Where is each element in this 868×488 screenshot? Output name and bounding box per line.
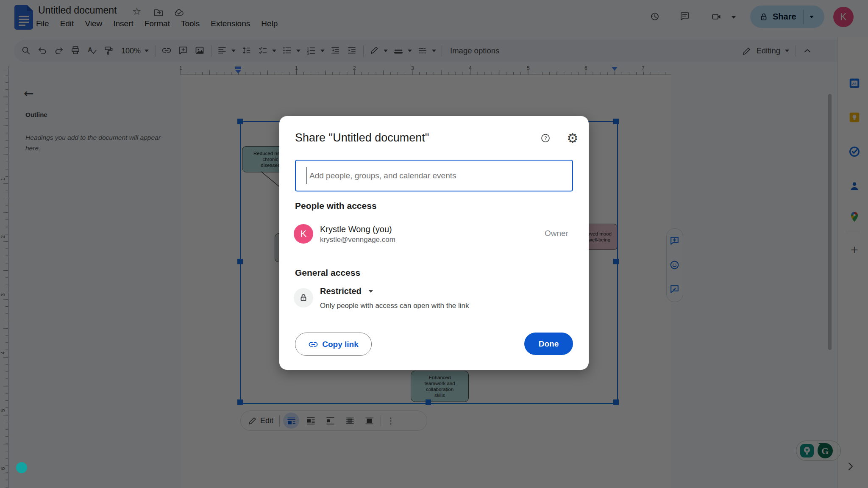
svg-text:?: ? bbox=[544, 136, 547, 141]
share-dropdown-caret-icon[interactable] bbox=[810, 16, 814, 18]
copy-link-button[interactable]: Copy link bbox=[295, 333, 372, 356]
numbered-list-select[interactable]: 123 bbox=[306, 45, 325, 56]
restricted-lock-badge bbox=[294, 288, 313, 308]
break-text-button[interactable] bbox=[322, 413, 338, 429]
video-call-caret-icon[interactable] bbox=[732, 16, 736, 19]
border-dash-icon bbox=[417, 45, 428, 56]
sidebar-divider bbox=[846, 231, 860, 231]
pen-tool-select[interactable] bbox=[369, 45, 388, 56]
front-text-button[interactable] bbox=[361, 413, 377, 429]
hide-menus-chevron-icon[interactable] bbox=[802, 46, 812, 56]
access-level-dropdown[interactable]: Restricted bbox=[320, 286, 373, 296]
comments-icon[interactable] bbox=[679, 11, 692, 23]
zoom-select[interactable]: 100% bbox=[121, 47, 149, 55]
edit-image-label: Edit bbox=[260, 416, 273, 425]
paint-format-icon[interactable] bbox=[103, 45, 114, 56]
horizontal-ruler: 1 1 2 3 4 5 6 7 bbox=[181, 66, 671, 75]
menu-insert[interactable]: Insert bbox=[108, 17, 139, 30]
sidebar-keep-button[interactable] bbox=[843, 106, 865, 128]
add-comment-icon[interactable] bbox=[178, 45, 189, 56]
line-spacing-icon[interactable] bbox=[241, 45, 252, 56]
sidebar-calendar-button[interactable]: 31 bbox=[843, 72, 865, 94]
undo-icon[interactable] bbox=[37, 45, 48, 56]
sidebar-tasks-button[interactable] bbox=[843, 141, 865, 163]
border-dash-select[interactable] bbox=[417, 45, 436, 56]
selection-handle-bottom-mid[interactable] bbox=[426, 399, 431, 405]
redo-icon[interactable] bbox=[54, 45, 65, 56]
share-label: Share bbox=[773, 12, 796, 22]
align-select[interactable] bbox=[217, 45, 236, 56]
line-weight-select[interactable] bbox=[393, 45, 412, 56]
image-toolbar: Edit ⋮ bbox=[240, 410, 427, 431]
expand-side-panel-chevron-icon[interactable] bbox=[845, 461, 856, 472]
wrap-inline-button[interactable] bbox=[283, 413, 299, 429]
emoji-reaction-icon[interactable] bbox=[669, 260, 680, 270]
comment-tools-pill bbox=[666, 228, 683, 302]
person-row: K Krystle Wong (you) krystle@venngage.co… bbox=[294, 224, 574, 244]
first-line-indent-marker[interactable] bbox=[235, 67, 241, 69]
video-call-icon[interactable] bbox=[711, 11, 723, 24]
help-icon[interactable]: ? bbox=[540, 133, 553, 146]
menu-tools[interactable]: Tools bbox=[175, 17, 205, 30]
version-history-icon[interactable] bbox=[649, 11, 662, 23]
bullet-list-select[interactable] bbox=[282, 45, 300, 56]
increase-indent-icon[interactable] bbox=[347, 45, 358, 56]
behind-text-icon bbox=[345, 416, 355, 426]
document-scrollbar[interactable] bbox=[828, 94, 832, 350]
numbered-list-icon: 123 bbox=[306, 45, 317, 56]
document-title[interactable]: Untitled document bbox=[38, 5, 117, 16]
ruler-number: 7 bbox=[642, 65, 645, 71]
lock-icon bbox=[298, 293, 309, 303]
share-button[interactable]: Share bbox=[750, 6, 824, 28]
star-button[interactable]: ☆ bbox=[132, 6, 142, 17]
ruler-number: 1 bbox=[295, 65, 298, 71]
sidebar-maps-button[interactable] bbox=[843, 206, 865, 228]
ruler-number: 3 bbox=[411, 65, 414, 71]
suggest-edits-icon[interactable] bbox=[669, 284, 680, 294]
contacts-icon bbox=[848, 180, 861, 192]
add-people-input[interactable] bbox=[295, 160, 573, 191]
align-caret-icon bbox=[231, 50, 236, 52]
header: Untitled document ☆ File Edit View Inser… bbox=[0, 0, 868, 40]
left-indent-marker[interactable] bbox=[235, 70, 241, 74]
selection-handle-mid-right[interactable] bbox=[613, 259, 619, 264]
done-button[interactable]: Done bbox=[524, 333, 573, 355]
decrease-indent-icon[interactable] bbox=[330, 45, 341, 56]
search-icon[interactable] bbox=[21, 45, 32, 56]
insert-link-icon[interactable] bbox=[161, 45, 172, 56]
grammarly-widget[interactable]: G bbox=[796, 441, 841, 461]
add-comment-float-icon[interactable] bbox=[669, 236, 680, 246]
behind-text-button[interactable] bbox=[342, 413, 358, 429]
ruler-number: 1 bbox=[0, 175, 6, 184]
outline-title: Outline bbox=[25, 111, 47, 118]
sidebar-contacts-button[interactable] bbox=[843, 175, 865, 197]
menu-format[interactable]: Format bbox=[139, 17, 175, 30]
sidebar-add-addon-button[interactable]: + bbox=[843, 239, 865, 261]
print-icon[interactable] bbox=[70, 45, 81, 56]
selection-handle-bottom-right[interactable] bbox=[613, 399, 619, 405]
selection-handle-top-right[interactable] bbox=[613, 119, 619, 124]
border-dash-caret-icon bbox=[432, 50, 436, 52]
edit-image-button[interactable]: Edit bbox=[245, 416, 276, 425]
insert-image-icon[interactable] bbox=[195, 45, 206, 56]
selection-handle-bottom-left[interactable] bbox=[237, 399, 243, 405]
checklist-select[interactable] bbox=[258, 45, 276, 56]
menu-view[interactable]: View bbox=[79, 17, 108, 30]
menu-edit[interactable]: Edit bbox=[55, 17, 80, 30]
account-avatar[interactable]: K bbox=[833, 7, 854, 27]
front-text-icon bbox=[364, 416, 374, 426]
close-outline-button[interactable]: ← bbox=[24, 86, 33, 100]
editing-mode-select[interactable]: Editing bbox=[742, 46, 789, 56]
menu-help[interactable]: Help bbox=[256, 17, 283, 30]
selection-handle-top-left[interactable] bbox=[237, 119, 243, 124]
wrap-text-button[interactable] bbox=[303, 413, 319, 429]
image-toolbar-more-button[interactable]: ⋮ bbox=[384, 416, 397, 426]
menu-extensions[interactable]: Extensions bbox=[205, 17, 256, 30]
share-settings-button[interactable]: ⚙ bbox=[567, 130, 579, 146]
right-indent-marker[interactable] bbox=[612, 67, 618, 71]
image-options-button[interactable]: Image options bbox=[450, 46, 499, 55]
selection-handle-mid-left[interactable] bbox=[237, 259, 243, 264]
checklist-caret-icon bbox=[272, 50, 276, 52]
spellcheck-icon[interactable]: A bbox=[87, 45, 98, 56]
menu-file[interactable]: File bbox=[31, 17, 55, 30]
